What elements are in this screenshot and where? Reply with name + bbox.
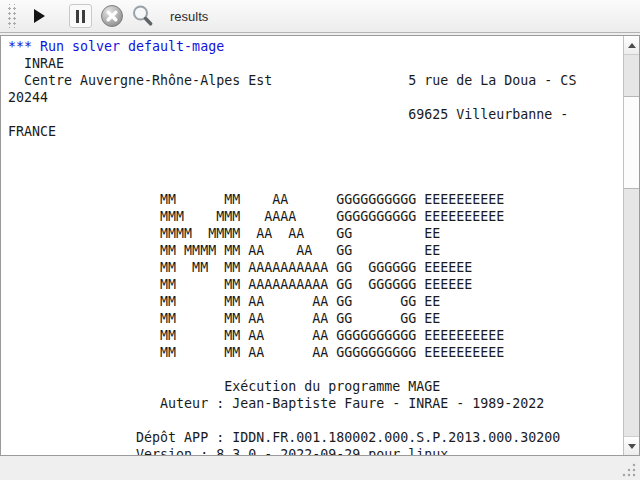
toolbar: results (0, 0, 640, 33)
console-line: MMMM MMMM AA AA GG EE (8, 225, 623, 242)
console-line: MM MM MM AAAAAAAAAA GG GGGGGG EEEEEE (8, 259, 623, 276)
console-line (8, 361, 623, 378)
console-line: MM MM AA AA GGGGGGGGGG EEEEEEEEEE (8, 344, 623, 361)
play-icon (34, 9, 45, 23)
console-line: 20244 (8, 89, 623, 106)
console-line: Centre Auvergne-Rhône-Alpes Est 5 rue de… (8, 72, 623, 89)
search-icon (129, 3, 155, 29)
console-line: Exécution du programme MAGE (8, 378, 623, 395)
console-line: MM MM AA AA GG GG EE (8, 310, 623, 327)
arrow-down-icon (628, 444, 636, 449)
toolbar-drag-handle[interactable] (6, 4, 17, 28)
run-solver-button[interactable] (26, 3, 52, 29)
console-line: FRANCE (8, 123, 623, 140)
console-line: Auteur : Jean-Baptiste Faure - INRAE - 1… (8, 395, 623, 412)
console-line (8, 157, 623, 174)
console-line: MM MM AA AA GGGGGGGGGG EEEEEEEEEE (8, 327, 623, 344)
console-line: 69625 Villeurbanne - (8, 106, 623, 123)
arrow-up-icon (628, 43, 636, 48)
console-line (8, 140, 623, 157)
console-line (8, 412, 623, 429)
console-line (8, 174, 623, 191)
console-line: Dépôt APP : IDDN.FR.001.180002.000.S.P.2… (8, 429, 623, 446)
scroll-down-button[interactable] (624, 436, 639, 455)
resize-grip-icon[interactable] (618, 462, 638, 478)
solver-output-view[interactable]: *** Run solver default-mage INRAE Centre… (0, 35, 640, 456)
vertical-scrollbar[interactable] (623, 36, 639, 455)
console-log: *** Run solver default-mage INRAE Centre… (1, 36, 623, 455)
console-line: MM MM AAAAAAAAAA GG GGGGGG EEEEEE (8, 276, 623, 293)
console-line: MM MM AA AA GG GG EE (8, 293, 623, 310)
pause-solver-button[interactable] (69, 4, 92, 28)
console-line: MM MM AA GGGGGGGGGG EEEEEEEEEE (8, 191, 623, 208)
console-line: MMM MMM AAAA GGGGGGGGGG EEEEEEEEEE (8, 208, 623, 225)
status-strip (0, 456, 640, 480)
stop-solver-button[interactable] (99, 3, 125, 29)
scrollbar-thumb[interactable] (624, 96, 639, 189)
pause-icon (76, 10, 85, 23)
console-line: Version : 8.3.0 - 2022-09-29 pour linux (8, 446, 623, 455)
stop-icon (100, 4, 124, 28)
console-line: MM MMMM MM AA AA GG EE (8, 242, 623, 259)
scroll-up-button[interactable] (624, 36, 639, 55)
console-line: *** Run solver default-mage (8, 38, 623, 55)
console-line: INRAE (8, 55, 623, 72)
search-button[interactable] (129, 3, 155, 29)
solver-results-window: { "toolbar": { "results_label": "results… (0, 0, 640, 480)
results-label: results (170, 9, 208, 24)
